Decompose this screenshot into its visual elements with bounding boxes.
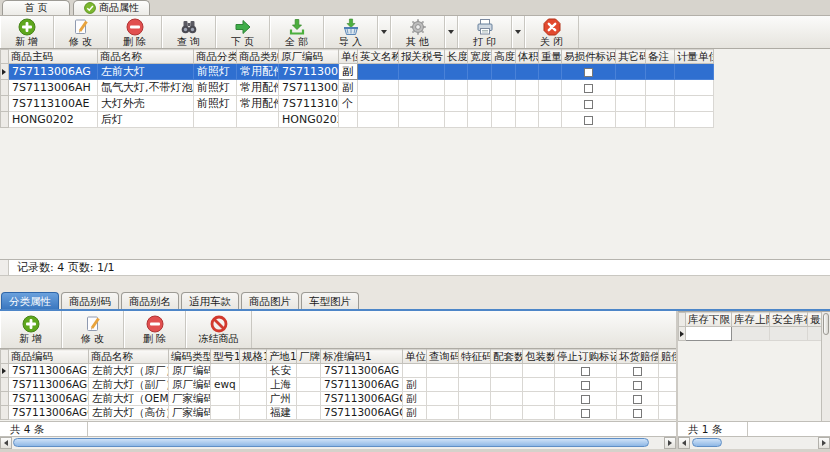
cell[interactable]: 左前大灯 bbox=[98, 64, 194, 80]
tab-alt-codes[interactable]: 商品别码 bbox=[61, 292, 119, 309]
import-button[interactable]: 导 入 bbox=[324, 16, 378, 48]
tab-applicable-models[interactable]: 适用车款 bbox=[181, 292, 239, 309]
scroll-right-button[interactable] bbox=[664, 437, 676, 449]
cell[interactable] bbox=[617, 378, 659, 392]
cell[interactable] bbox=[646, 80, 675, 96]
checkbox[interactable] bbox=[633, 381, 642, 390]
cell[interactable]: 厂家编码 bbox=[169, 406, 211, 420]
cell[interactable] bbox=[194, 112, 237, 128]
table-row[interactable]: HONG0202后灯HONG0202 bbox=[1, 112, 714, 128]
cell[interactable]: 7S7113100AE bbox=[9, 96, 98, 112]
cell[interactable] bbox=[468, 64, 492, 80]
cell[interactable] bbox=[646, 112, 675, 128]
cell[interactable]: 副 bbox=[403, 406, 427, 420]
cell[interactable] bbox=[240, 406, 267, 420]
cell[interactable]: 氙气大灯,不带灯泡,LH bbox=[98, 80, 194, 96]
cell[interactable]: 常用配件 bbox=[237, 64, 279, 80]
table-row[interactable]: 7S7113006AGFC左前大灯（副厂）原厂编码ewq上海7S7113006A… bbox=[1, 378, 677, 392]
column-header[interactable]: 商品名称 bbox=[98, 50, 194, 64]
cell[interactable] bbox=[492, 64, 516, 80]
column-header[interactable]: 英文名称 bbox=[358, 50, 399, 64]
cell[interactable]: 常用配件 bbox=[237, 96, 279, 112]
column-header[interactable]: 商品分类 bbox=[194, 50, 237, 64]
cell[interactable] bbox=[491, 392, 523, 406]
scroll-right-button[interactable] bbox=[818, 437, 830, 449]
cell[interactable]: 原厂编码 bbox=[169, 364, 211, 378]
tab-product-attributes[interactable]: 商品属性 bbox=[73, 0, 150, 15]
column-header[interactable]: 库存下限 bbox=[686, 313, 732, 327]
scrollbar-thumb[interactable] bbox=[823, 313, 829, 335]
column-header[interactable]: 计量单位 bbox=[675, 50, 714, 64]
cell[interactable] bbox=[459, 364, 491, 378]
cell[interactable]: 7S7113006AG bbox=[279, 64, 339, 80]
cell[interactable] bbox=[240, 364, 267, 378]
cell[interactable] bbox=[297, 378, 321, 392]
column-header[interactable]: 产地1 bbox=[267, 350, 297, 364]
cell[interactable] bbox=[358, 112, 399, 128]
detail-add-button[interactable]: 新 增 bbox=[0, 311, 62, 348]
cell[interactable]: 左前大灯（原厂） bbox=[89, 364, 169, 378]
detail-hscrollbar[interactable] bbox=[0, 436, 676, 449]
table-row[interactable]: 7S7113100AE大灯外壳前照灯常用配件7S7113100AE个 bbox=[1, 96, 714, 112]
cell[interactable]: 7S7113006AGGF bbox=[321, 406, 403, 420]
cell[interactable] bbox=[555, 378, 617, 392]
cell[interactable]: 副 bbox=[339, 80, 358, 96]
cell[interactable] bbox=[539, 96, 562, 112]
cell[interactable]: 厂家编码 bbox=[169, 392, 211, 406]
cell[interactable] bbox=[399, 64, 445, 80]
checkbox[interactable] bbox=[584, 68, 593, 77]
cell[interactable] bbox=[659, 378, 677, 392]
print-button[interactable]: 打 印 bbox=[458, 16, 512, 48]
cell[interactable] bbox=[539, 80, 562, 96]
cell[interactable] bbox=[562, 112, 616, 128]
cell[interactable] bbox=[358, 64, 399, 80]
cell[interactable]: ewq bbox=[211, 378, 240, 392]
column-header[interactable]: 停止订购标记 bbox=[555, 350, 617, 364]
cell[interactable] bbox=[297, 392, 321, 406]
cell[interactable]: 左前大灯（副厂） bbox=[89, 378, 169, 392]
cell[interactable] bbox=[523, 392, 555, 406]
checkbox[interactable] bbox=[581, 409, 590, 418]
column-header[interactable]: 包装数 bbox=[523, 350, 555, 364]
table-row[interactable] bbox=[679, 327, 830, 341]
cell[interactable]: 7S7113006AG bbox=[321, 378, 403, 392]
cell[interactable] bbox=[617, 392, 659, 406]
cell[interactable] bbox=[675, 112, 714, 128]
cell[interactable] bbox=[445, 64, 468, 80]
cell[interactable] bbox=[403, 364, 427, 378]
cell[interactable] bbox=[211, 364, 240, 378]
cell[interactable]: 前照灯 bbox=[194, 64, 237, 80]
cell[interactable] bbox=[523, 406, 555, 420]
column-header[interactable]: 安全库存 bbox=[770, 313, 808, 327]
cell[interactable] bbox=[459, 406, 491, 420]
all-button[interactable]: 全 部 bbox=[270, 16, 324, 48]
cell[interactable] bbox=[562, 96, 616, 112]
cell[interactable] bbox=[492, 80, 516, 96]
cell[interactable] bbox=[732, 327, 770, 341]
cell[interactable] bbox=[237, 112, 279, 128]
cell[interactable]: HONG0202 bbox=[279, 112, 339, 128]
other-dropdown-button[interactable] bbox=[445, 16, 458, 48]
cell[interactable] bbox=[399, 80, 445, 96]
cell[interactable] bbox=[659, 406, 677, 420]
cell[interactable]: 7S7113006AGGF bbox=[9, 406, 89, 420]
cell[interactable] bbox=[445, 96, 468, 112]
cell[interactable] bbox=[491, 378, 523, 392]
tab-home[interactable]: 首 页 bbox=[2, 0, 70, 15]
table-row[interactable]: 7S7113006AGOEM左前大灯（OEM）厂家编码广州7S7113006AG… bbox=[1, 392, 677, 406]
cell[interactable]: 前照灯 bbox=[194, 96, 237, 112]
stock-limits-table[interactable]: 库存下限库存上限安全库存最低订购 bbox=[678, 312, 830, 341]
column-header[interactable]: 商品类别 bbox=[237, 50, 279, 64]
column-header[interactable]: 长度 bbox=[445, 50, 468, 64]
cell[interactable] bbox=[675, 80, 714, 96]
cell[interactable]: 副 bbox=[403, 378, 427, 392]
products-table[interactable]: 商品主码商品名称商品分类商品类别原厂编码单位英文名称报关税号长度宽度高度体积重量… bbox=[0, 49, 714, 128]
cell[interactable] bbox=[468, 80, 492, 96]
cell[interactable]: 长安 bbox=[267, 364, 297, 378]
search-button[interactable]: 查 询 bbox=[162, 16, 216, 48]
detail-edit-button[interactable]: 修 改 bbox=[62, 311, 124, 348]
cell[interactable] bbox=[459, 392, 491, 406]
cell[interactable] bbox=[492, 96, 516, 112]
cell[interactable] bbox=[539, 64, 562, 80]
cell[interactable]: 7S7113006AGOEM bbox=[321, 392, 403, 406]
